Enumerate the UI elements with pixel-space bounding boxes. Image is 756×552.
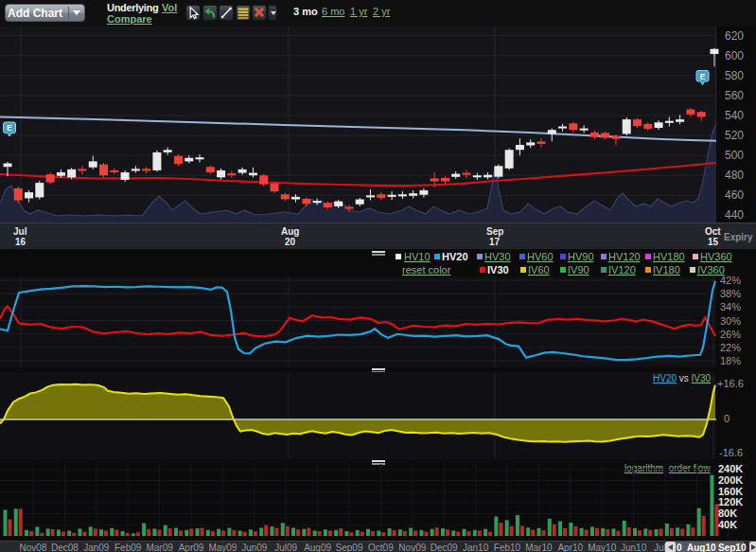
svg-text:E: E	[700, 72, 706, 81]
svg-text:E: E	[7, 123, 12, 133]
